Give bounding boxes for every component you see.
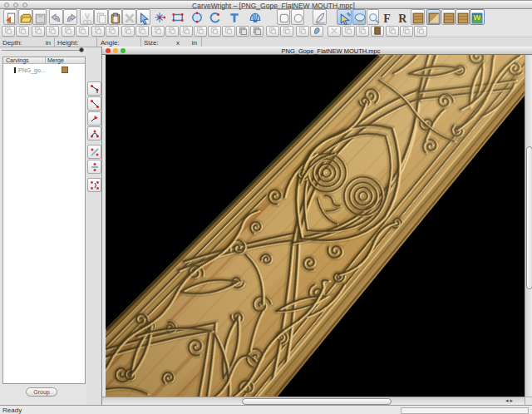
svg-text:W: W xyxy=(473,13,480,22)
svg-text:R: R xyxy=(398,12,407,24)
svg-text:F: F xyxy=(383,12,391,24)
